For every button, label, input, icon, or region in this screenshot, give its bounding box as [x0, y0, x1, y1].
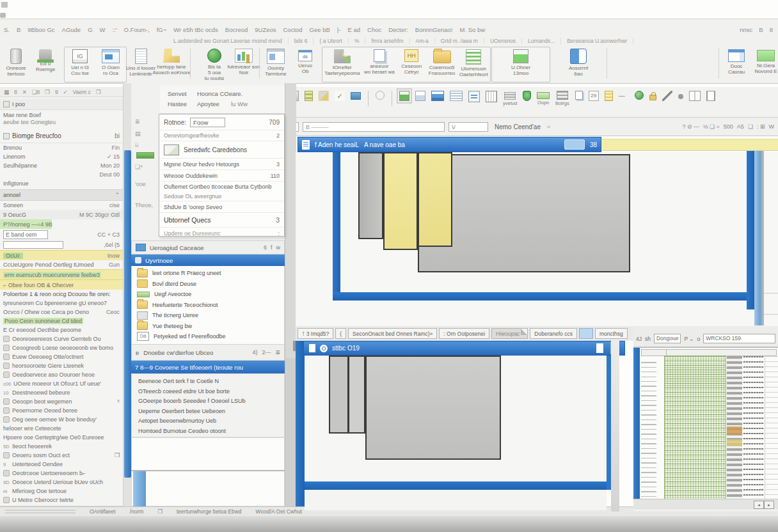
task-pane-row[interactable]: ⌐ Obee foun OB & Ohecver — [0, 279, 123, 290]
task-pane-row[interactable]: Soneen cise — [0, 201, 123, 210]
settings-row[interactable]: Updere oe Dureeeunc : — [159, 228, 284, 237]
quick-access-item[interactable]: Gee bB — [310, 26, 330, 33]
toolbar-segment[interactable]: SeconOnacIt bed Onnes Ramc)» — [348, 328, 437, 339]
rail-icon[interactable]: ❏⁴ — [135, 164, 143, 170]
ribbon-button[interactable]: DuocCaorau — [722, 47, 751, 76]
ribbon-button[interactable]: Coeernoo5Fneouorreo — [427, 47, 457, 77]
option-list-item[interactable]: OTeeecb coeeed etdre Ut boe borte — [132, 387, 284, 397]
quick-access-item[interactable]: Wr e5h tBc ocds — [173, 26, 218, 33]
task-pane-row[interactable]: Biomge Breucfoo bi — [0, 129, 123, 143]
scroll-button[interactable]: ◂ — [754, 501, 764, 509]
toolbar-button[interactable] — [319, 91, 329, 101]
quick-access-item[interactable]: 8 — [770, 26, 773, 33]
window2-gray-shape-b[interactable] — [349, 356, 365, 434]
rail-icon[interactable]: ⌸ — [135, 142, 138, 149]
ribbon-button[interactable]: Ed uRoemge — [31, 47, 60, 74]
settings-row[interactable]: ShdUe B 'oorep Seveo — [159, 201, 284, 213]
window2-titlebar[interactable]: O sttbc O19 — [303, 341, 625, 356]
left-scrollbar[interactable] — [123, 83, 132, 506]
quick-access-item[interactable]: Coctod — [283, 26, 303, 33]
ribbon-button[interactable]: CeseoonCetryc — [397, 47, 426, 76]
ribbon-button[interactable]: UlorrenuonOaeterhfeort — [457, 47, 490, 79]
document-tab[interactable]: fmra arsehfm — [365, 38, 409, 44]
toolbar-button[interactable] — [635, 91, 644, 100]
quick-access-item[interactable]: O.Foum-, — [124, 26, 150, 33]
ribbon-button[interactable]: tOrrefterTaeteryepeoma — [322, 47, 361, 77]
task-pane-row[interactable]: I poo — [0, 98, 123, 110]
task-pane-row[interactable]: 9 OeucG M 9C 30gcr Gttl — [0, 210, 123, 219]
option-list-item[interactable]: Aetopet beeoenwbrnurtoy Ueb — [132, 416, 284, 426]
quick-access-item[interactable]: W — [100, 26, 106, 33]
task-pane-row[interactable]: m Mferioeg Ooe tertoue — [0, 487, 123, 496]
sheet-dropdown[interactable]: P ⌄ — [684, 336, 694, 342]
quick-access-item[interactable]: Decter: — [388, 26, 408, 33]
quick-access-item[interactable]: Bocreod — [225, 26, 248, 33]
ribbon-button[interactable]: Nr.GeraNovond E — [751, 47, 778, 75]
scroll-button[interactable]: ▸ — [764, 501, 774, 509]
toolbar-segment[interactable]: Doberanefo ccs — [530, 328, 577, 339]
task-pane-row[interactable]: Euew Oeeoeeg Otte/octnert — [0, 352, 123, 361]
settings-row[interactable]: Rotnoe: Foow 709 — [159, 114, 284, 130]
window1-gray-column[interactable] — [358, 152, 383, 239]
view-control[interactable]: ❏ — [748, 123, 753, 130]
task-pane-row[interactable]: heorsooroete Giere Lteenek — [0, 361, 123, 370]
task-pane-row[interactable]: Deut 00 — [0, 170, 123, 179]
sheet-horizontal-scrollbar[interactable]: ◂ ▸ — [633, 499, 778, 510]
task-pane-row[interactable]: Poloertoe 1 & reon ocicg Dcouou fte oren… — [0, 290, 123, 299]
toolbar-button[interactable] — [415, 91, 425, 101]
status-grip[interactable] — [5, 510, 75, 514]
task-pane-row[interactable]: Oeotrceoe Uertoereeoern b⌐ — [0, 469, 123, 478]
document-tab[interactable]: ( a Uteort — [314, 38, 348, 44]
toolbar-button[interactable] — [351, 91, 361, 100]
rail-icon[interactable]: ▤ — [135, 130, 141, 137]
panel-header-control[interactable]: 4) — [252, 349, 257, 356]
window2-scrollbar-strip[interactable] — [611, 341, 619, 512]
task-pane-row[interactable]: Peoernorne Oeoed beree — [0, 406, 123, 415]
settings-row[interactable]: Mgsne Oteur hedvo Hetourgs 3 — [159, 159, 284, 170]
toolbar-segment[interactable]: Hiwoupac — [491, 328, 528, 339]
task-pane-row[interactable]: Seulhépanne Mon 20 — [0, 161, 123, 170]
option-list-item[interactable]: Homtoed Burnotue Ceodeo otoont — [132, 426, 284, 437]
quick-access-item[interactable]: 9Bboo Gc — [28, 26, 54, 33]
task-pane-row[interactable]: Oeg oeee oernee W boe bneduy' — [0, 415, 123, 424]
toolbar-segment[interactable]: ( — [335, 328, 346, 339]
window1-titlebar[interactable]: f Aden he seaiL A nave oae ba 38 — [298, 137, 601, 152]
task-pane-row[interactable]: Ceoogreob Loese oeoeoeonb ew bomo — [0, 343, 123, 352]
ribbon-button[interactable]: aneeuorwo beraet wa — [362, 47, 397, 76]
toolbar-button[interactable] — [678, 91, 683, 99]
task-pane-row[interactable]: Oeoreoeereeos Curve Gernteb Ou — [0, 334, 123, 343]
ribbon-button[interactable]: Uno d toooerLenknede — [126, 47, 155, 78]
toolbar-button[interactable] — [706, 91, 715, 101]
toolbar-button[interactable] — [689, 91, 701, 101]
document-tab[interactable]: Grtd m. /awa m — [435, 38, 484, 44]
quick-access-item[interactable]: 9UZeos — [255, 26, 276, 33]
settings-row[interactable]: Wreooe Ouddekewin 110 — [159, 170, 284, 182]
quick-access-item[interactable]: BonnnGenao! — [415, 26, 453, 33]
task-pane-row[interactable]: c06 UOere moeeor Ut Ofour1 Uf ueue' — [0, 379, 123, 388]
toolbar-button[interactable] — [575, 91, 583, 100]
left-panel-toolbar-item[interactable]: 9 — [55, 89, 58, 95]
toolbar-button[interactable] — [523, 91, 531, 101]
library-panel-header[interactable]: Ueroagiud Caceaoe 6 f w — [131, 240, 285, 254]
folder-list-item[interactable]: Heefueterte Teceochionot — [132, 300, 284, 311]
quick-access-item[interactable]: M. So bw — [459, 26, 485, 33]
toolbar-button[interactable] — [390, 91, 393, 106]
window2-large-gray-shape[interactable] — [365, 356, 501, 460]
quick-access-item[interactable]: Choc — [367, 26, 381, 33]
toolbar-segment[interactable]: moncthsg — [595, 328, 628, 339]
toolbar-button[interactable] — [468, 91, 480, 102]
task-pane-row[interactable]: Hpoere ooe Gerteptrg/we Oe0 Eureoee — [0, 433, 123, 442]
quick-access-item[interactable]: AGude — [62, 26, 81, 33]
ribbon-button[interactable]: O Ooenro Oca — [96, 47, 125, 77]
selected-category-bar[interactable]: Uyvrtnoee — [131, 254, 285, 266]
task-pane-row[interactable]: Ocvco / Ohew coe Ceca po Oeno Ceoc — [0, 308, 123, 317]
settings-row[interactable]: Ouftemet Gortbeo ttcoceae Burta Cytbonb — [159, 182, 284, 191]
selected-category-bar2[interactable]: 7 8—9 Covoene Se ttfoeoert (teoute rou — [131, 361, 285, 373]
quick-access-item[interactable]: B — [17, 26, 20, 33]
task-pane-row[interactable]: Puoo Ceon sunoneue Cd tded — [0, 317, 123, 325]
task-pane-row[interactable]: Oeoopn beot wegemen ⁵ — [0, 397, 123, 406]
window1-titlebar-button[interactable] — [564, 139, 585, 150]
task-pane-row[interactable]: U Metre Cberoocr twtrte — [0, 496, 123, 505]
document-tab[interactable]: bds 6 — [289, 38, 314, 44]
toolbar-segment[interactable]: ⊺ 3 Imqd5? — [298, 328, 333, 339]
